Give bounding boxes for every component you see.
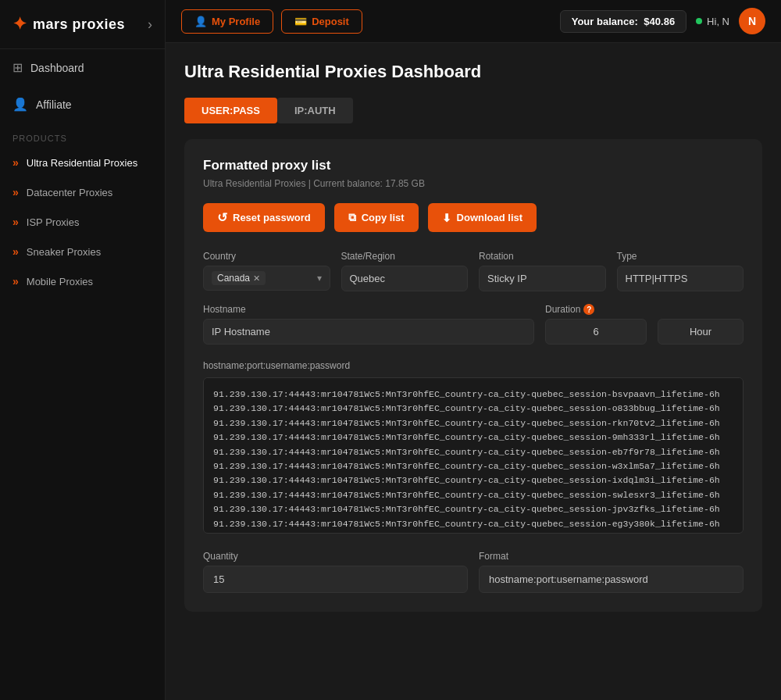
hostname-label: Hostname: [203, 304, 534, 315]
chevron-down-icon: ▾: [317, 273, 322, 284]
duration-unit-input[interactable]: [658, 319, 744, 345]
tab-userpass[interactable]: USER:PASS: [184, 98, 277, 123]
country-filter: Country Canada ✕ ▾: [203, 251, 330, 291]
rotation-label: Rotation: [479, 251, 606, 262]
filters-row-2: Hostname Duration ?: [203, 304, 744, 345]
sidebar-item-dashboard[interactable]: ⊞ Dashboard: [0, 49, 165, 86]
filters-row-1: Country Canada ✕ ▾ State/Region Rotation: [203, 251, 744, 291]
hostname-input[interactable]: [203, 319, 534, 345]
topbar-right: Your balance: $40.86 Hi, N N: [560, 8, 765, 34]
proxy-textarea[interactable]: [203, 377, 744, 534]
quantity-group: Quantity: [203, 551, 468, 593]
duration-input[interactable]: [545, 319, 647, 345]
content-area: Ultra Residential Proxies Dashboard USER…: [166, 43, 781, 700]
sidebar-item-affiliate[interactable]: 👤 Affiliate: [0, 86, 165, 123]
remove-country-icon[interactable]: ✕: [253, 273, 260, 284]
product-label: Sneaker Proxies: [27, 246, 101, 258]
reset-icon: ↺: [217, 210, 227, 225]
chevron-icon: »: [12, 156, 19, 169]
sidebar-item-mobile[interactable]: » Mobile Proxies: [0, 266, 165, 296]
format-input[interactable]: [479, 566, 744, 593]
type-label: Type: [617, 251, 744, 262]
chevron-icon: »: [12, 216, 19, 228]
sidebar-item-sneaker[interactable]: » Sneaker Proxies: [0, 237, 165, 266]
duration-unit-filter: [658, 304, 744, 345]
hostname-filter: Hostname: [203, 304, 534, 345]
duration-filter: Duration ?: [545, 304, 647, 345]
bottom-filters: Quantity Format: [203, 551, 744, 593]
download-list-button[interactable]: ⬇ Download list: [428, 203, 537, 232]
card-title: Formatted proxy list: [203, 158, 744, 173]
profile-icon: 👤: [194, 16, 207, 27]
product-label: Datacenter Proxies: [27, 187, 113, 198]
copy-icon: ⧉: [348, 211, 356, 224]
hi-badge: Hi, N: [696, 16, 729, 27]
product-label: Ultra Residential Proxies: [27, 157, 137, 169]
country-label: Country: [203, 251, 330, 262]
sidebar-item-ultra-residential[interactable]: » Ultra Residential Proxies: [0, 148, 165, 177]
proxy-card: Formatted proxy list Ultra Residential P…: [184, 139, 762, 612]
tab-bar: USER:PASS IP:AUTH: [184, 98, 762, 123]
products-section-label: PRODUCTS: [0, 123, 165, 148]
sidebar-item-label: Affiliate: [36, 98, 72, 111]
affiliate-icon: 👤: [12, 97, 28, 112]
rotation-input[interactable]: [479, 266, 606, 291]
reset-password-button[interactable]: ↺ Reset password: [203, 203, 325, 232]
logo-text: mars proxies: [33, 16, 125, 33]
proxy-textarea-wrap: [203, 377, 744, 551]
quantity-label: Quantity: [203, 551, 468, 562]
format-label: Format: [479, 551, 744, 562]
format-group: Format: [479, 551, 744, 593]
product-label: Mobile Proxies: [27, 276, 93, 288]
avatar[interactable]: N: [739, 8, 765, 34]
duration-label: Duration ?: [545, 304, 647, 315]
main-content: 👤 My Profile 💳 Deposit Your balance: $40…: [166, 0, 781, 700]
duration-unit-label: [658, 304, 744, 315]
page-title: Ultra Residential Proxies Dashboard: [184, 62, 762, 82]
deposit-button[interactable]: 💳 Deposit: [281, 9, 362, 34]
sidebar: ✦ mars proxies › ⊞ Dashboard 👤 Affiliate…: [0, 0, 166, 700]
logo: ✦ mars proxies ›: [0, 0, 165, 49]
country-select[interactable]: Canada ✕ ▾: [203, 266, 330, 291]
card-subtitle: Ultra Residential Proxies | Current bala…: [203, 178, 744, 189]
balance-badge: Your balance: $40.86: [560, 10, 686, 33]
tab-ipauth[interactable]: IP:AUTH: [277, 98, 353, 123]
nav-expand-icon[interactable]: ›: [148, 16, 152, 33]
product-label: ISP Proxies: [27, 216, 80, 228]
state-filter: State/Region: [341, 251, 469, 291]
online-indicator: [696, 18, 702, 24]
type-input[interactable]: [617, 266, 744, 291]
copy-list-button[interactable]: ⧉ Copy list: [334, 203, 419, 232]
proxy-list-label: hostname:port:username:password: [203, 360, 744, 371]
logo-icon: ✦: [12, 14, 27, 34]
dashboard-icon: ⊞: [12, 60, 23, 75]
rotation-filter: Rotation: [479, 251, 606, 291]
download-icon: ⬇: [442, 212, 451, 224]
sidebar-item-isp[interactable]: » ISP Proxies: [0, 207, 165, 237]
help-icon: ?: [583, 304, 594, 315]
sidebar-item-label: Dashboard: [30, 62, 84, 74]
chevron-icon: »: [12, 275, 19, 288]
topbar-left: 👤 My Profile 💳 Deposit: [181, 9, 362, 34]
type-filter: Type: [617, 251, 744, 291]
deposit-icon: 💳: [294, 16, 307, 27]
country-tag: Canada ✕: [212, 271, 266, 285]
chevron-icon: »: [12, 245, 19, 258]
my-profile-button[interactable]: 👤 My Profile: [181, 9, 273, 34]
chevron-icon: »: [12, 186, 19, 198]
state-input[interactable]: [341, 266, 469, 291]
quantity-input[interactable]: [203, 566, 468, 593]
state-label: State/Region: [341, 251, 469, 262]
action-buttons: ↺ Reset password ⧉ Copy list ⬇ Download …: [203, 203, 744, 232]
topbar: 👤 My Profile 💳 Deposit Your balance: $40…: [166, 0, 781, 43]
sidebar-item-datacenter[interactable]: » Datacenter Proxies: [0, 177, 165, 207]
